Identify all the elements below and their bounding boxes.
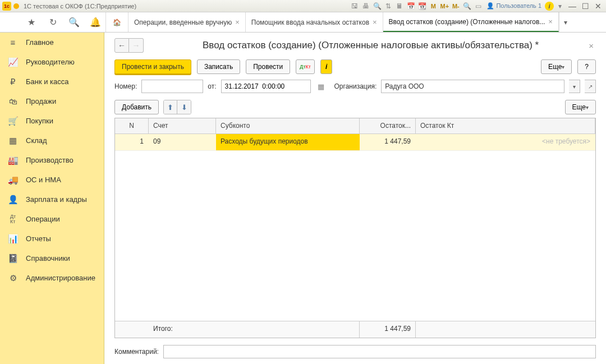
info-button[interactable]: i [320,59,332,74]
org-input[interactable]: Радуга ООО [381,80,564,93]
help-button[interactable]: ? [577,59,596,74]
add-button[interactable]: Добавить [114,100,159,114]
print-icon[interactable]: 🖶 [361,1,371,11]
cell-subconto[interactable]: Расходы будущих периодов [216,134,360,150]
cell-n[interactable]: 1 [115,134,149,150]
star-icon[interactable]: ★ [26,17,37,28]
close-icon[interactable]: × [235,18,240,26]
number-input[interactable] [141,80,203,93]
move-down-button[interactable]: ⬇ [177,100,191,114]
calendar-icon[interactable]: 📅 [406,1,416,11]
nav-back-button[interactable]: ← [114,38,129,53]
sidebar-item-main[interactable]: ≡Главное [0,33,104,52]
cart-icon: 🛒 [8,116,18,126]
tab-operations[interactable]: Операции, введенные вручную× [128,12,246,32]
footer-total-dt: 1 447,59 [360,321,416,338]
gear-icon: ⚙ [8,273,18,283]
sidebar: ≡Главное 📈Руководителю ₽Банк и касса 🛍Пр… [0,33,104,364]
col-account[interactable]: Счет [149,118,216,133]
tab-bar: 🏠 Операции, введенные вручную× Помощник … [106,12,606,32]
date-input[interactable] [221,80,311,93]
sidebar-item-manager[interactable]: 📈Руководителю [0,52,104,72]
col-n[interactable]: N [115,118,149,133]
sidebar-item-admin[interactable]: ⚙Администрирование [0,268,104,288]
dtkt-button[interactable]: ДтКт [296,59,315,74]
number-label: Номер: [114,82,137,90]
cell-kt[interactable]: <не требуется> [416,134,595,150]
search-icon[interactable]: 🔍 [68,17,80,28]
sidebar-item-warehouse[interactable]: ▦Склад [0,131,104,150]
history-icon[interactable]: ↻ [47,17,58,28]
footer-label: Итого: [149,321,216,338]
apps-icon[interactable] [4,17,16,28]
move-up-button[interactable]: ⬆ [164,100,177,114]
comment-input[interactable] [163,345,596,358]
col-balance-dt[interactable]: Остаток... [360,118,416,133]
save-button[interactable]: Записать [197,59,240,74]
ruble-icon: ₽ [8,77,18,87]
bell-icon[interactable]: 🔔 [90,17,101,28]
close-page-icon[interactable]: × [586,41,596,50]
app-logo-icon: 1c [2,2,11,11]
sidebar-item-assets[interactable]: 🚚ОС и НМА [0,170,104,190]
window-titlebar: 1c 1С тестовая с ОКОФ (1С:Предприятие) 🖫… [0,0,606,12]
close-window-icon[interactable]: ✕ [593,2,604,11]
tab-home[interactable]: 🏠 [106,12,128,32]
tab-balances[interactable]: Ввод остатков (создание) (Отложенные нал… [383,12,559,32]
org-label: Организация: [334,82,377,90]
post-close-button[interactable]: Провести и закрыть [114,59,191,74]
chart-up-icon: 📈 [8,57,18,67]
post-button[interactable]: Провести [246,59,290,74]
table-row[interactable]: 1 09 Расходы будущих периодов 1 447,59 <… [115,134,595,151]
col-balance-kt[interactable]: Остаток Кт [416,118,595,133]
sidebar-item-reports[interactable]: 📊Отчеты [0,229,104,248]
panels-icon[interactable]: ▭ [473,1,483,11]
preview-icon[interactable]: 🔍 [372,1,382,11]
cell-dt[interactable]: 1 447,59 [360,134,416,150]
data-table: N Счет Субконто Остаток... Остаток Кт 1 … [114,118,596,338]
zoom-mminus-icon[interactable]: M- [451,1,461,11]
sidebar-item-hr[interactable]: 👤Зарплата и кадры [0,190,104,209]
maximize-icon[interactable]: ☐ [580,2,591,11]
tabs-dropdown-icon[interactable]: ▾ [559,12,572,32]
table-more-button[interactable]: Еще [565,100,596,114]
comment-label: Комментарий: [114,348,159,356]
close-icon[interactable]: × [548,17,553,26]
from-label: от: [208,82,216,90]
zoom-m-icon[interactable]: M [428,1,438,11]
sidebar-item-bank[interactable]: ₽Банк и касса [0,72,104,91]
nav-forward-button[interactable]: → [129,38,144,53]
top-toolbar: ★ ↻ 🔍 🔔 🏠 Операции, введенные вручную× П… [0,12,606,33]
tab-helper[interactable]: Помощник ввода начальных остатков× [246,12,383,32]
sidebar-item-catalogs[interactable]: 📓Справочники [0,248,104,268]
close-icon[interactable]: × [373,18,377,26]
dtkt-icon: ДтКт [8,214,18,224]
page-title: Ввод остатков (создание) (Отложенные нал… [155,40,586,51]
info-drop-icon[interactable]: ▾ [555,1,565,11]
zoom-icon[interactable]: 🔍 [462,1,472,11]
calendar-small-icon[interactable]: ▦ [318,82,324,91]
truck-icon: 🚚 [8,175,18,185]
sidebar-item-operations[interactable]: ДтКтОперации [0,209,104,229]
sidebar-item-purchases[interactable]: 🛒Покупки [0,111,104,131]
compare-icon[interactable]: ⇅ [383,1,393,11]
col-subconto[interactable]: Субконто [216,118,360,133]
sidebar-item-sales[interactable]: 🛍Продажи [0,91,104,111]
org-open-button[interactable]: ↗ [585,80,596,93]
date-icon[interactable]: 📆 [417,1,427,11]
minimize-icon[interactable]: — [566,2,579,11]
calc-icon[interactable]: 🖩 [394,1,405,11]
info-icon[interactable]: i [545,2,554,11]
window-title: 1С тестовая с ОКОФ (1С:Предприятие) [24,3,136,10]
sidebar-item-production[interactable]: 🏭Производство [0,150,104,170]
save-icon[interactable]: 🖫 [350,1,360,11]
boxes-icon: ▦ [8,136,18,146]
org-dropdown-button[interactable]: ▾ [569,80,580,93]
more-button[interactable]: Еще [541,59,572,74]
cell-account[interactable]: 09 [149,134,216,150]
menu-icon: ≡ [8,38,18,48]
user-label[interactable]: 👤 Пользователь 1 [486,2,541,10]
factory-icon: 🏭 [8,155,18,165]
book-icon: 📓 [8,254,18,264]
zoom-mplus-icon[interactable]: M+ [439,1,449,11]
